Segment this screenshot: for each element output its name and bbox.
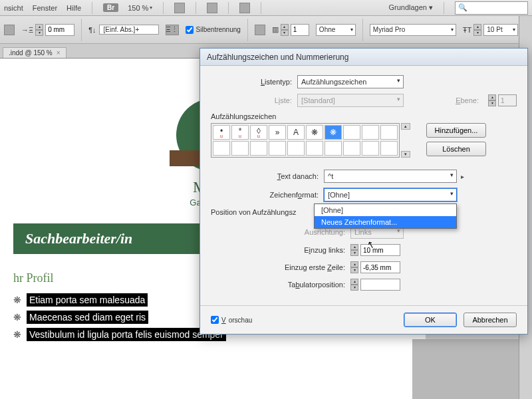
ok-button[interactable]: OK <box>404 313 457 327</box>
preview-checkbox[interactable]: VVorschauorschau <box>211 316 252 324</box>
menu-help[interactable]: Hilfe <box>66 4 81 12</box>
indent-left-input[interactable] <box>45 24 74 36</box>
bullet-cell-selected[interactable]: ❋ <box>325 125 342 140</box>
font-family-dropdown[interactable]: Myriad Pro <box>370 24 456 36</box>
para-style-dropdown[interactable]: [Einf. Abs.]+ <box>99 25 159 35</box>
listentyp-label: LListentyp:istentyp: <box>211 78 297 86</box>
bullets-numbering-dialog: Aufzählungszeichen und Nummerierung LLis… <box>200 48 528 334</box>
para-align-icon[interactable] <box>4 25 15 35</box>
first-line-indent-label: Einzug erste Zeile: <box>211 263 350 271</box>
bullet-cell[interactable]: A <box>287 125 305 140</box>
bullet-cell[interactable]: ◊u <box>250 125 267 140</box>
bullet-cell[interactable] <box>362 125 379 140</box>
dropdown-option[interactable]: [Ohne] <box>315 204 456 216</box>
menu-window[interactable]: Fenster <box>33 4 57 12</box>
liste-label: Liste: <box>211 96 297 104</box>
pasteboard <box>412 339 532 399</box>
screen-mode-icon[interactable] <box>207 3 217 13</box>
tab-position-input[interactable] <box>360 279 400 291</box>
hyphenation-checkbox[interactable]: Silbentrennung <box>186 26 241 34</box>
bullet-cell[interactable] <box>343 125 360 140</box>
flyout-icon[interactable]: ▸ <box>461 173 464 180</box>
bullet-cell[interactable]: *u <box>231 125 249 140</box>
bullet-icon: ❋ <box>13 329 21 340</box>
dropdown-option-hover[interactable]: Neues Zeichenformat... <box>315 216 456 228</box>
text-after-input[interactable]: ^t <box>324 170 457 183</box>
indent-left-dialog-input[interactable] <box>360 244 400 256</box>
workspace-dropdown[interactable]: Grundlagen ▾ <box>388 3 433 12</box>
columns-field[interactable]: ▥ ▴▾ <box>272 24 309 36</box>
alignment-label: Ausrichtung: <box>211 228 350 236</box>
cancel-button[interactable]: Abbrechen <box>464 313 517 327</box>
bullet-icon: ❋ <box>13 295 21 305</box>
search-input[interactable]: 🔍 <box>455 1 528 15</box>
font-size-field[interactable]: ŦΤ ▴▾ 10 Pt <box>463 24 518 36</box>
bullet-cell[interactable] <box>380 125 398 140</box>
bullet-cell[interactable]: •u <box>213 125 230 140</box>
arrange-icon[interactable] <box>239 3 250 13</box>
ebene-input <box>498 94 517 106</box>
control-panel: →Ξ ▴▾ ¶↓ [Einf. Abs.]+ Ξ⋮ Silbentrennung… <box>0 16 532 44</box>
first-line-indent-input[interactable] <box>360 261 400 273</box>
close-icon[interactable]: × <box>57 49 61 57</box>
text-after-label: Text danach: <box>211 172 324 180</box>
list-icon[interactable]: Ξ⋮ <box>166 25 179 35</box>
char-style-dropdown[interactable]: [Ohne] <box>324 188 457 201</box>
add-button[interactable]: Hinzufügen... <box>426 123 486 138</box>
menu-view[interactable]: nsicht <box>4 4 23 12</box>
bullet-icon: ❋ <box>13 312 21 323</box>
document-tab[interactable]: .indd @ 150 % × <box>3 47 66 58</box>
char-style-dropdown-menu[interactable]: [Ohne] Neues Zeichenformat... <box>314 203 457 229</box>
bullet-cell[interactable]: » <box>269 125 286 140</box>
menu-bar: nsicht Fenster Hilfe Br 150 % Grundlagen… <box>0 0 532 16</box>
bullet-cell[interactable]: ❋ <box>306 125 323 140</box>
bullet-character-grid[interactable]: •u *u ◊u » A ❋ ❋ <box>211 123 400 158</box>
indent-left-field[interactable]: →Ξ ▴▾ <box>21 24 74 36</box>
bullet-group-label: Aufzählungszeichen <box>211 112 517 120</box>
liste-dropdown: [Standard] <box>297 94 404 107</box>
bridge-button[interactable]: Br <box>103 3 118 12</box>
dialog-title: Aufzählungszeichen und Nummerierung <box>200 49 527 66</box>
indent-left-label: Einzug links: <box>211 246 350 254</box>
view-mode-icon[interactable] <box>174 3 185 13</box>
delete-button[interactable]: Löschen <box>426 142 486 156</box>
baseline-icon[interactable] <box>255 25 265 35</box>
listentyp-dropdown[interactable]: Aufzählungszeichen <box>297 75 404 88</box>
tab-position-label: Tabulatorposition: <box>211 281 350 289</box>
zoom-dropdown[interactable]: 150 % <box>128 4 152 12</box>
ebene-label: Ebene: <box>456 96 484 104</box>
char-style-label: Zeichenformat: <box>211 191 324 199</box>
grid-scroll[interactable]: ▴▾ <box>401 123 410 158</box>
span-dropdown[interactable]: Ohne <box>316 24 356 36</box>
